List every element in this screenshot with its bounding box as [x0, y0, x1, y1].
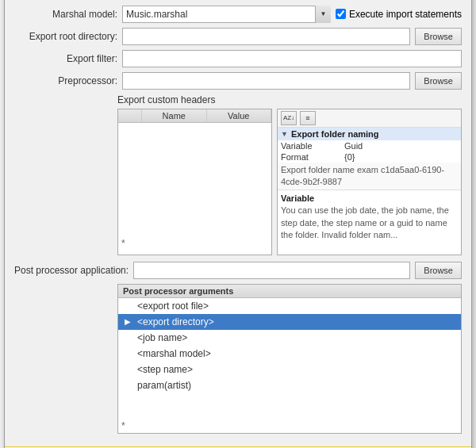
export-folder-naming-section: ▼ Export folder naming Variable Guid For… — [278, 128, 461, 191]
right-panel-toolbar: AZ↓ ≡ — [278, 109, 461, 128]
execute-import-row: Execute import statements — [336, 9, 462, 20]
marshal-model-select-wrapper: Music.marshal ▼ — [122, 6, 331, 23]
name-column-header: Name — [142, 109, 207, 122]
export-root-browse-button[interactable]: Browse — [415, 28, 462, 45]
post-processor-app-row: Post processor application: C:\Music\Pro… — [14, 262, 462, 279]
example-row: Export folder name exam c1da5aa0-6190-4c… — [278, 163, 461, 190]
format-property-row: Format {0} — [278, 151, 461, 163]
example-label: Export folder name exam — [281, 165, 378, 174]
export-root-label: Export root directory: — [14, 31, 117, 42]
dialog-content: Marshal model: Music.marshal ▼ Execute i… — [5, 0, 471, 446]
format-value: {0} — [344, 152, 458, 162]
post-arg-item-0[interactable]: <export root file> — [118, 298, 461, 314]
sort-az-icon: AZ↓ — [283, 114, 294, 121]
post-arg-arrow-1: ▶ — [125, 317, 137, 326]
new-row-indicator: * — [121, 238, 125, 249]
post-arg-label-4: <step name> — [137, 364, 193, 375]
collapse-icon: ▼ — [281, 130, 288, 138]
post-arg-item-2[interactable]: <job name> — [118, 330, 461, 346]
post-new-row-indicator: * — [121, 420, 125, 431]
execute-import-label: Execute import statements — [349, 9, 462, 20]
variable-key: Variable — [281, 141, 344, 151]
post-processor-app-label: Post processor application: — [14, 265, 129, 276]
post-processor-args-section: Post processor arguments <export root fi… — [117, 284, 462, 434]
export-root-input[interactable]: C:\Music\Export — [122, 28, 410, 45]
post-arg-item-5[interactable]: param(artist) — [118, 377, 461, 393]
table-header: Name Value — [118, 109, 271, 123]
variable-property-row: Variable Guid — [278, 140, 461, 151]
format-key: Format — [281, 152, 344, 162]
post-args-header: Post processor arguments — [118, 285, 461, 298]
marshal-model-row: Marshal model: Music.marshal ▼ Execute i… — [14, 6, 462, 23]
value-column-header: Value — [207, 109, 272, 122]
variable-desc: You can use the job date, the job name, … — [281, 205, 458, 241]
table-body: * — [118, 123, 271, 251]
execute-import-checkbox[interactable] — [336, 9, 346, 19]
variable-value: Guid — [344, 141, 458, 151]
post-arg-label-2: <job name> — [137, 332, 187, 343]
preprocessor-input[interactable]: C:\Music\Processors\Preprocessor.cmd — [122, 72, 410, 90]
export-filter-label: Export filter: — [14, 53, 117, 64]
export-filter-input[interactable]: query=artist:param(artist) — [122, 50, 462, 67]
export-custom-headers-label: Export custom headers — [117, 94, 462, 105]
panels-row: Name Value * AZ↓ ≡ — [117, 109, 462, 255]
preprocessor-label: Preprocessor: — [14, 75, 117, 86]
post-arg-item-1[interactable]: ▶ <export directory> — [118, 314, 461, 330]
export-folder-naming-panel: AZ↓ ≡ ▼ Export folder naming Variable Gu… — [277, 109, 462, 255]
step-dialog: S Step — □ ✕ Marshal model: Music.marsha… — [4, 0, 472, 448]
list-view-icon: ≡ — [305, 114, 309, 122]
sort-az-button[interactable]: AZ↓ — [281, 111, 297, 125]
variable-title: Variable — [281, 193, 458, 203]
marshal-model-select[interactable]: Music.marshal — [122, 6, 331, 23]
post-arg-label-1: <export directory> — [137, 316, 214, 327]
headers-table: Name Value * — [117, 109, 272, 255]
list-view-button[interactable]: ≡ — [300, 111, 316, 125]
section-header: ▼ Export folder naming — [278, 128, 461, 140]
section-title: Export folder naming — [291, 129, 379, 139]
export-filter-row: Export filter: query=artist:param(artist… — [14, 50, 462, 67]
post-processor-browse-button[interactable]: Browse — [415, 262, 462, 279]
export-root-row: Export root directory: C:\Music\Export B… — [14, 28, 462, 45]
post-arg-item-4[interactable]: <step name> — [118, 362, 461, 377]
preprocessor-row: Preprocessor: C:\Music\Processors\Prepro… — [14, 72, 462, 90]
post-arg-item-3[interactable]: <marshal model> — [118, 346, 461, 362]
post-arg-label-0: <export root file> — [137, 301, 209, 312]
post-arg-label-5: param(artist) — [137, 380, 191, 391]
row-indicator-header — [118, 109, 142, 122]
post-processor-app-input[interactable]: C:\Music\Processors\Postprocessor.cmd — [133, 262, 410, 279]
post-arg-label-3: <marshal model> — [137, 348, 211, 359]
marshal-model-label: Marshal model: — [14, 9, 117, 20]
variable-description-section: Variable You can use the job date, the j… — [278, 190, 461, 244]
preprocessor-browse-button[interactable]: Browse — [415, 72, 462, 90]
post-args-list: <export root file> ▶ <export directory> … — [118, 298, 461, 433]
